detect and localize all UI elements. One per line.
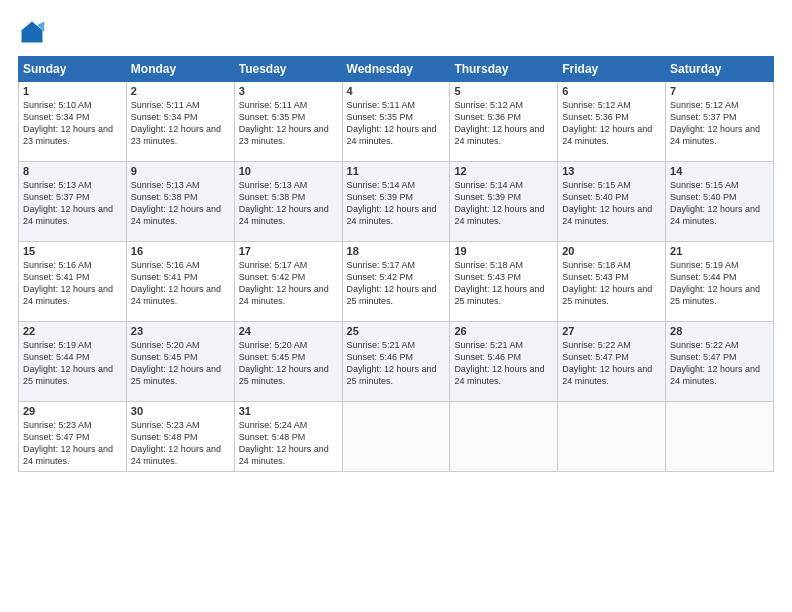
calendar-cell: 2 Sunrise: 5:11 AM Sunset: 5:34 PM Dayli… (126, 82, 234, 162)
calendar-cell: 19 Sunrise: 5:18 AM Sunset: 5:43 PM Dayl… (450, 242, 558, 322)
day-info: Sunrise: 5:18 AM Sunset: 5:43 PM Dayligh… (562, 259, 661, 308)
day-info: Sunrise: 5:10 AM Sunset: 5:34 PM Dayligh… (23, 99, 122, 148)
calendar-cell: 3 Sunrise: 5:11 AM Sunset: 5:35 PM Dayli… (234, 82, 342, 162)
day-info: Sunrise: 5:21 AM Sunset: 5:46 PM Dayligh… (347, 339, 446, 388)
calendar-cell (666, 402, 774, 472)
calendar-cell: 13 Sunrise: 5:15 AM Sunset: 5:40 PM Dayl… (558, 162, 666, 242)
day-info: Sunrise: 5:22 AM Sunset: 5:47 PM Dayligh… (562, 339, 661, 388)
weekday-header-saturday: Saturday (666, 57, 774, 82)
day-info: Sunrise: 5:22 AM Sunset: 5:47 PM Dayligh… (670, 339, 769, 388)
day-info: Sunrise: 5:11 AM Sunset: 5:35 PM Dayligh… (347, 99, 446, 148)
calendar-cell: 9 Sunrise: 5:13 AM Sunset: 5:38 PM Dayli… (126, 162, 234, 242)
day-info: Sunrise: 5:16 AM Sunset: 5:41 PM Dayligh… (23, 259, 122, 308)
day-info: Sunrise: 5:12 AM Sunset: 5:37 PM Dayligh… (670, 99, 769, 148)
calendar-cell: 12 Sunrise: 5:14 AM Sunset: 5:39 PM Dayl… (450, 162, 558, 242)
calendar-cell: 11 Sunrise: 5:14 AM Sunset: 5:39 PM Dayl… (342, 162, 450, 242)
day-info: Sunrise: 5:12 AM Sunset: 5:36 PM Dayligh… (562, 99, 661, 148)
day-number: 30 (131, 405, 230, 417)
day-number: 7 (670, 85, 769, 97)
day-number: 3 (239, 85, 338, 97)
day-number: 28 (670, 325, 769, 337)
calendar-week-1: 1 Sunrise: 5:10 AM Sunset: 5:34 PM Dayli… (19, 82, 774, 162)
day-number: 21 (670, 245, 769, 257)
calendar-cell: 17 Sunrise: 5:17 AM Sunset: 5:42 PM Dayl… (234, 242, 342, 322)
calendar-week-3: 15 Sunrise: 5:16 AM Sunset: 5:41 PM Dayl… (19, 242, 774, 322)
day-number: 10 (239, 165, 338, 177)
page: SundayMondayTuesdayWednesdayThursdayFrid… (0, 0, 792, 612)
day-number: 2 (131, 85, 230, 97)
calendar-cell: 25 Sunrise: 5:21 AM Sunset: 5:46 PM Dayl… (342, 322, 450, 402)
day-number: 5 (454, 85, 553, 97)
day-info: Sunrise: 5:19 AM Sunset: 5:44 PM Dayligh… (670, 259, 769, 308)
day-info: Sunrise: 5:14 AM Sunset: 5:39 PM Dayligh… (347, 179, 446, 228)
logo-icon (18, 18, 46, 46)
calendar-cell (558, 402, 666, 472)
day-number: 23 (131, 325, 230, 337)
day-number: 18 (347, 245, 446, 257)
day-number: 24 (239, 325, 338, 337)
day-info: Sunrise: 5:15 AM Sunset: 5:40 PM Dayligh… (670, 179, 769, 228)
calendar-cell: 23 Sunrise: 5:20 AM Sunset: 5:45 PM Dayl… (126, 322, 234, 402)
day-number: 29 (23, 405, 122, 417)
day-number: 1 (23, 85, 122, 97)
calendar-cell: 8 Sunrise: 5:13 AM Sunset: 5:37 PM Dayli… (19, 162, 127, 242)
calendar-cell: 21 Sunrise: 5:19 AM Sunset: 5:44 PM Dayl… (666, 242, 774, 322)
calendar-cell: 26 Sunrise: 5:21 AM Sunset: 5:46 PM Dayl… (450, 322, 558, 402)
day-number: 9 (131, 165, 230, 177)
day-number: 31 (239, 405, 338, 417)
day-info: Sunrise: 5:17 AM Sunset: 5:42 PM Dayligh… (239, 259, 338, 308)
weekday-header-tuesday: Tuesday (234, 57, 342, 82)
day-number: 15 (23, 245, 122, 257)
day-number: 17 (239, 245, 338, 257)
calendar-cell: 10 Sunrise: 5:13 AM Sunset: 5:38 PM Dayl… (234, 162, 342, 242)
calendar-week-5: 29 Sunrise: 5:23 AM Sunset: 5:47 PM Dayl… (19, 402, 774, 472)
calendar-cell: 1 Sunrise: 5:10 AM Sunset: 5:34 PM Dayli… (19, 82, 127, 162)
day-number: 12 (454, 165, 553, 177)
day-info: Sunrise: 5:14 AM Sunset: 5:39 PM Dayligh… (454, 179, 553, 228)
day-info: Sunrise: 5:11 AM Sunset: 5:34 PM Dayligh… (131, 99, 230, 148)
day-number: 19 (454, 245, 553, 257)
calendar-cell: 4 Sunrise: 5:11 AM Sunset: 5:35 PM Dayli… (342, 82, 450, 162)
day-number: 27 (562, 325, 661, 337)
weekday-header-monday: Monday (126, 57, 234, 82)
calendar-cell: 22 Sunrise: 5:19 AM Sunset: 5:44 PM Dayl… (19, 322, 127, 402)
calendar-cell: 27 Sunrise: 5:22 AM Sunset: 5:47 PM Dayl… (558, 322, 666, 402)
day-number: 26 (454, 325, 553, 337)
day-info: Sunrise: 5:23 AM Sunset: 5:48 PM Dayligh… (131, 419, 230, 468)
calendar-table: SundayMondayTuesdayWednesdayThursdayFrid… (18, 56, 774, 472)
calendar-cell: 31 Sunrise: 5:24 AM Sunset: 5:48 PM Dayl… (234, 402, 342, 472)
day-number: 13 (562, 165, 661, 177)
day-number: 8 (23, 165, 122, 177)
day-number: 22 (23, 325, 122, 337)
calendar-cell: 15 Sunrise: 5:16 AM Sunset: 5:41 PM Dayl… (19, 242, 127, 322)
calendar-cell: 29 Sunrise: 5:23 AM Sunset: 5:47 PM Dayl… (19, 402, 127, 472)
day-number: 20 (562, 245, 661, 257)
calendar-cell: 5 Sunrise: 5:12 AM Sunset: 5:36 PM Dayli… (450, 82, 558, 162)
calendar-cell: 14 Sunrise: 5:15 AM Sunset: 5:40 PM Dayl… (666, 162, 774, 242)
day-info: Sunrise: 5:21 AM Sunset: 5:46 PM Dayligh… (454, 339, 553, 388)
day-info: Sunrise: 5:23 AM Sunset: 5:47 PM Dayligh… (23, 419, 122, 468)
header (18, 18, 774, 46)
weekday-header-friday: Friday (558, 57, 666, 82)
day-info: Sunrise: 5:11 AM Sunset: 5:35 PM Dayligh… (239, 99, 338, 148)
calendar-cell (450, 402, 558, 472)
day-info: Sunrise: 5:13 AM Sunset: 5:37 PM Dayligh… (23, 179, 122, 228)
day-number: 25 (347, 325, 446, 337)
day-info: Sunrise: 5:19 AM Sunset: 5:44 PM Dayligh… (23, 339, 122, 388)
day-info: Sunrise: 5:13 AM Sunset: 5:38 PM Dayligh… (239, 179, 338, 228)
calendar-cell: 20 Sunrise: 5:18 AM Sunset: 5:43 PM Dayl… (558, 242, 666, 322)
calendar-body: 1 Sunrise: 5:10 AM Sunset: 5:34 PM Dayli… (19, 82, 774, 472)
day-info: Sunrise: 5:24 AM Sunset: 5:48 PM Dayligh… (239, 419, 338, 468)
day-number: 14 (670, 165, 769, 177)
calendar-week-4: 22 Sunrise: 5:19 AM Sunset: 5:44 PM Dayl… (19, 322, 774, 402)
calendar-week-2: 8 Sunrise: 5:13 AM Sunset: 5:37 PM Dayli… (19, 162, 774, 242)
calendar-cell: 18 Sunrise: 5:17 AM Sunset: 5:42 PM Dayl… (342, 242, 450, 322)
calendar-cell: 7 Sunrise: 5:12 AM Sunset: 5:37 PM Dayli… (666, 82, 774, 162)
logo (18, 18, 50, 46)
weekday-header-sunday: Sunday (19, 57, 127, 82)
day-info: Sunrise: 5:18 AM Sunset: 5:43 PM Dayligh… (454, 259, 553, 308)
day-info: Sunrise: 5:15 AM Sunset: 5:40 PM Dayligh… (562, 179, 661, 228)
calendar-cell: 24 Sunrise: 5:20 AM Sunset: 5:45 PM Dayl… (234, 322, 342, 402)
calendar-cell: 30 Sunrise: 5:23 AM Sunset: 5:48 PM Dayl… (126, 402, 234, 472)
day-number: 11 (347, 165, 446, 177)
